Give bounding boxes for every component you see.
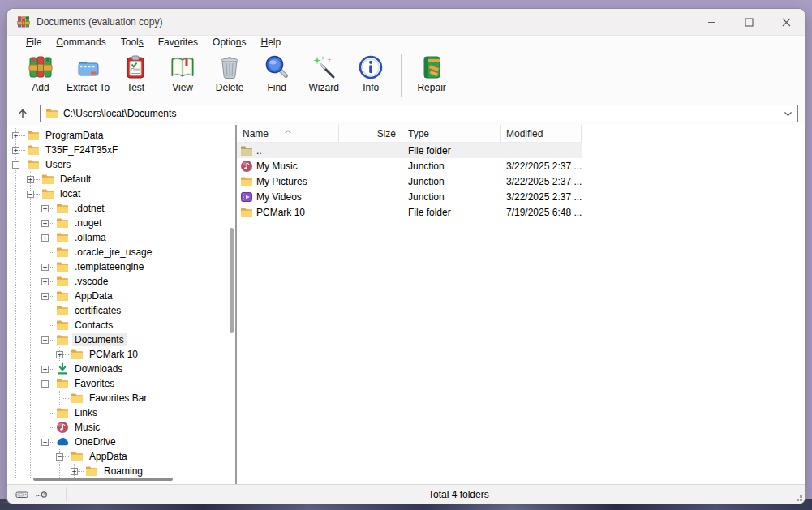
menu-item-favorites[interactable]: Favorites: [151, 36, 205, 49]
tree-item-programdata[interactable]: +ProgramData: [7, 128, 235, 143]
tree-item--ollama[interactable]: +.ollama: [7, 230, 235, 245]
repair-button[interactable]: Repair: [408, 52, 455, 95]
menu-item-tools[interactable]: Tools: [114, 36, 151, 49]
expand-plus-icon[interactable]: +: [41, 366, 49, 373]
expand-plus-icon[interactable]: +: [12, 147, 19, 154]
tree-item-certificates[interactable]: certificates: [7, 303, 235, 318]
minimize-button[interactable]: [693, 9, 730, 35]
tree-item-label[interactable]: .dotnet: [72, 202, 107, 215]
tree-item--templateengine[interactable]: +.templateengine: [7, 259, 235, 274]
tree-item-onedrive[interactable]: −OneDrive: [7, 435, 235, 449]
file-name-cell[interactable]: ..: [237, 144, 339, 157]
menu-item-options[interactable]: Options: [205, 36, 253, 49]
menu-item-help[interactable]: Help: [253, 36, 288, 49]
wizard-button[interactable]: Wizard: [300, 52, 347, 95]
resize-grip[interactable]: [800, 499, 802, 501]
tree-item-label[interactable]: Default: [58, 173, 93, 186]
tree-vertical-scrollbar[interactable]: [230, 228, 234, 333]
tree-item-label[interactable]: .oracle_jre_usage: [72, 246, 154, 259]
tree-item-users[interactable]: −Users: [7, 157, 235, 172]
tree-item-label[interactable]: Documents: [72, 333, 127, 346]
tree-item-appdata[interactable]: +AppData: [7, 289, 235, 303]
close-button[interactable]: [767, 9, 805, 35]
tree-item--vscode[interactable]: +.vscode: [7, 274, 235, 289]
menu-item-file[interactable]: File: [19, 36, 49, 49]
tree-item-label[interactable]: Favorites: [72, 377, 117, 390]
drive-icon[interactable]: [15, 488, 28, 504]
tree-item-label[interactable]: certificates: [72, 304, 123, 317]
tree-item-links[interactable]: Links: [7, 405, 235, 420]
tree-item-label[interactable]: PCMark 10: [87, 348, 140, 361]
info-button[interactable]: Info: [347, 52, 394, 95]
delete-button[interactable]: Delete: [206, 52, 253, 95]
tree-item-label[interactable]: AppData: [72, 289, 115, 302]
column-header-size[interactable]: Size: [339, 125, 402, 142]
tree-horizontal-scrollbar[interactable]: [33, 478, 173, 481]
extract-to-button[interactable]: Extract To: [64, 52, 112, 95]
up-directory-button[interactable]: [12, 105, 33, 122]
address-combobox[interactable]: C:\Users\locat\Documents: [40, 105, 798, 122]
file-name-cell[interactable]: My Videos: [237, 191, 339, 204]
file-row-pcmark-10[interactable]: PCMark 10File folder7/19/2025 6:48 ...: [237, 204, 582, 220]
tree-item-label[interactable]: locat: [58, 187, 83, 200]
column-header-type[interactable]: Type: [402, 125, 501, 142]
tree-item-favorites[interactable]: −Favorites: [7, 376, 235, 391]
column-header-modified[interactable]: Modified: [501, 125, 582, 142]
expand-plus-icon[interactable]: +: [41, 278, 49, 285]
file-row--[interactable]: ..File folder: [237, 143, 582, 158]
tree-item-music[interactable]: Music: [7, 420, 235, 435]
file-name-cell[interactable]: My Music: [237, 160, 339, 173]
tree-item-label[interactable]: OneDrive: [72, 435, 118, 448]
tree-item-default[interactable]: +Default: [7, 172, 235, 186]
collapse-minus-icon[interactable]: −: [56, 453, 63, 461]
find-button[interactable]: Find: [253, 52, 300, 95]
expand-plus-icon[interactable]: +: [71, 468, 78, 475]
tree-item--nuget[interactable]: +.nuget: [7, 216, 235, 230]
tree-item--oracle-jre-usage[interactable]: .oracle_jre_usage: [7, 245, 235, 259]
collapse-minus-icon[interactable]: −: [41, 439, 49, 446]
expand-plus-icon[interactable]: +: [41, 293, 49, 300]
tree-item-label[interactable]: .templateengine: [72, 260, 146, 273]
file-row-my-videos[interactable]: My VideosJunction3/22/2025 2:37 ...: [237, 189, 582, 204]
tree-item-label[interactable]: AppData: [87, 450, 130, 463]
tree-item-label[interactable]: .vscode: [72, 275, 110, 288]
tree-item-label[interactable]: .nuget: [72, 216, 104, 229]
tree-item-downloads[interactable]: +Downloads: [7, 362, 235, 376]
key-icon[interactable]: [35, 488, 48, 504]
tree-item--dotnet[interactable]: +.dotnet: [7, 201, 235, 216]
tree-item-contacts[interactable]: Contacts: [7, 318, 235, 332]
tree-item-label[interactable]: Links: [72, 406, 100, 419]
column-header-name[interactable]: Name: [237, 125, 339, 142]
collapse-minus-icon[interactable]: −: [41, 380, 49, 388]
tree-item-label[interactable]: Music: [72, 421, 102, 434]
tree-item-pcmark-10[interactable]: +PCMark 10: [7, 347, 235, 362]
maximize-button[interactable]: [730, 9, 767, 35]
tree-item-label[interactable]: Favorites Bar: [87, 392, 149, 405]
tree-item-documents[interactable]: −Documents: [7, 332, 235, 347]
file-row-my-pictures[interactable]: My PicturesJunction3/22/2025 2:37 ...: [237, 174, 582, 189]
tree-item-label[interactable]: Users: [43, 158, 73, 171]
tree-item-label[interactable]: ProgramData: [43, 129, 105, 142]
collapse-minus-icon[interactable]: −: [41, 336, 49, 344]
expand-plus-icon[interactable]: +: [41, 205, 49, 212]
expand-plus-icon[interactable]: +: [27, 176, 34, 183]
tree-item-label[interactable]: Contacts: [72, 319, 115, 332]
file-name-cell[interactable]: PCMark 10: [237, 206, 339, 219]
expand-plus-icon[interactable]: +: [56, 351, 63, 358]
tree-item-t35f-f24t35xf[interactable]: +T35F_F24T35xF: [7, 143, 235, 157]
tree-item-label[interactable]: T35F_F24T35xF: [43, 144, 120, 156]
expand-plus-icon[interactable]: +: [41, 234, 49, 242]
expand-plus-icon[interactable]: +: [41, 220, 49, 227]
tree-item-label[interactable]: Roaming: [101, 465, 145, 478]
tree-item-appdata[interactable]: −AppData: [7, 449, 235, 464]
collapse-minus-icon[interactable]: −: [12, 161, 19, 169]
file-row-my-music[interactable]: My MusicJunction3/22/2025 2:37 ...: [237, 158, 582, 174]
expand-plus-icon[interactable]: +: [12, 132, 19, 139]
file-name-cell[interactable]: My Pictures: [237, 175, 339, 188]
tree-item-locat[interactable]: −locat: [7, 186, 235, 201]
expand-plus-icon[interactable]: +: [41, 264, 49, 271]
view-button[interactable]: View: [159, 52, 206, 95]
chevron-down-icon[interactable]: [784, 111, 793, 117]
tree-item-roaming[interactable]: +Roaming: [7, 464, 235, 478]
tree-item-favorites-bar[interactable]: Favorites Bar: [7, 391, 235, 405]
